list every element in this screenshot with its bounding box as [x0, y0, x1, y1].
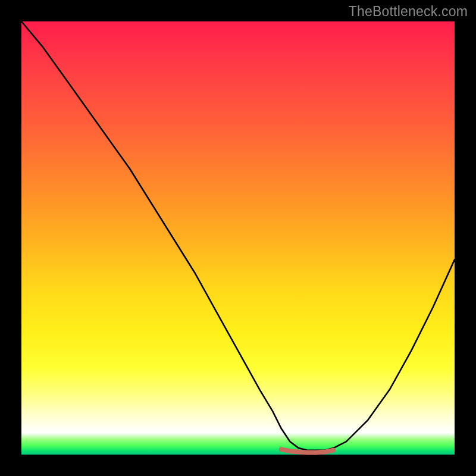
chart-frame: TheBottleneck.com: [0, 0, 476, 476]
chart-svg: [21, 21, 455, 455]
plot-area: [21, 21, 455, 455]
watermark-text: TheBottleneck.com: [349, 4, 468, 20]
curve-layer: [21, 21, 455, 452]
bottleneck-curve: [21, 21, 455, 450]
